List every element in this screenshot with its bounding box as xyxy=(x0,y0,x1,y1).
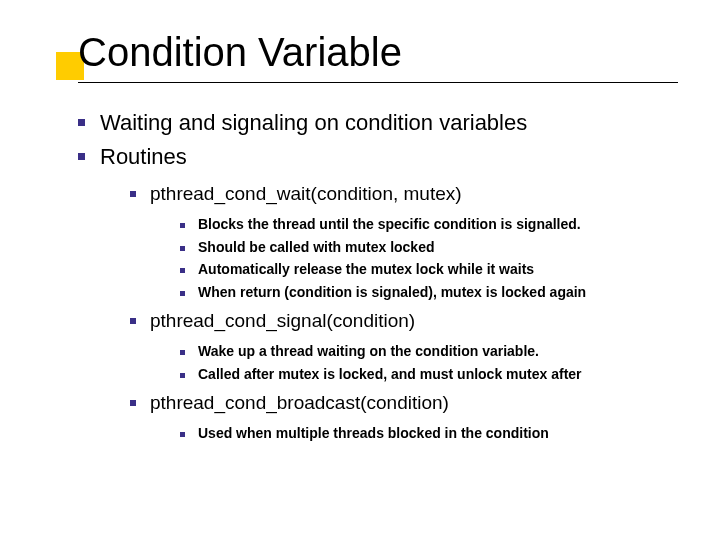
routine-name: pthread_cond_wait(condition, mutex) xyxy=(150,183,462,204)
level3-list: Used when multiple threads blocked in th… xyxy=(180,424,690,444)
routine-name: pthread_cond_broadcast(condition) xyxy=(150,392,449,413)
level2-list: pthread_cond_wait(condition, mutex) Bloc… xyxy=(130,181,690,443)
list-item-text: Waiting and signaling on condition varia… xyxy=(100,110,527,135)
detail-text: Blocks the thread until the specific con… xyxy=(198,216,581,232)
list-item: Waiting and signaling on condition varia… xyxy=(78,108,690,138)
list-item: Automatically release the mutex lock whi… xyxy=(180,260,690,280)
list-item: Should be called with mutex locked xyxy=(180,238,690,258)
list-item: Called after mutex is locked, and must u… xyxy=(180,365,690,385)
list-item: pthread_cond_wait(condition, mutex) Bloc… xyxy=(130,181,690,302)
list-item: pthread_cond_broadcast(condition) Used w… xyxy=(130,390,690,443)
list-item-text: Routines xyxy=(100,144,187,169)
detail-text: Used when multiple threads blocked in th… xyxy=(198,425,549,441)
list-item: Wake up a thread waiting on the conditio… xyxy=(180,342,690,362)
detail-text: When return (condition is signaled), mut… xyxy=(198,284,586,300)
list-item: pthread_cond_signal(condition) Wake up a… xyxy=(130,308,690,384)
list-item: Used when multiple threads blocked in th… xyxy=(180,424,690,444)
slide-title: Condition Variable xyxy=(38,30,690,74)
title-area: Condition Variable xyxy=(38,30,690,91)
slide-body: Waiting and signaling on condition varia… xyxy=(78,108,690,449)
detail-text: Called after mutex is locked, and must u… xyxy=(198,366,582,382)
list-item: Blocks the thread until the specific con… xyxy=(180,215,690,235)
list-item: When return (condition is signaled), mut… xyxy=(180,283,690,303)
routine-name: pthread_cond_signal(condition) xyxy=(150,310,415,331)
level3-list: Blocks the thread until the specific con… xyxy=(180,215,690,302)
title-underline xyxy=(78,82,678,83)
slide: Condition Variable Waiting and signaling… xyxy=(0,0,720,540)
detail-text: Automatically release the mutex lock whi… xyxy=(198,261,534,277)
detail-text: Wake up a thread waiting on the conditio… xyxy=(198,343,539,359)
list-item: Routines pthread_cond_wait(condition, mu… xyxy=(78,142,690,444)
level1-list: Waiting and signaling on condition varia… xyxy=(78,108,690,443)
level3-list: Wake up a thread waiting on the conditio… xyxy=(180,342,690,384)
detail-text: Should be called with mutex locked xyxy=(198,239,435,255)
